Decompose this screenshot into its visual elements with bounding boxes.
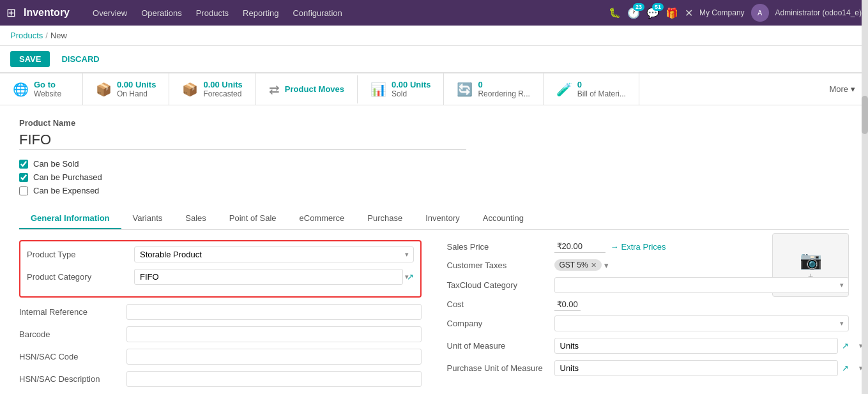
gift-icon[interactable]: 🎁 xyxy=(666,7,678,19)
barcode-input[interactable] xyxy=(126,326,422,342)
top-navigation: ⊞ Inventory Overview Operations Products… xyxy=(0,0,868,26)
chat-badge: 51 xyxy=(652,3,664,11)
remove-tax-button[interactable]: ✕ xyxy=(591,261,597,269)
tab-variants[interactable]: Variants xyxy=(121,208,174,229)
uom-row: Unit of Measure Units ▾ ↗ xyxy=(447,338,849,354)
stat-reordering-label: Reordering R... xyxy=(478,89,529,98)
bug-icon[interactable]: 🐛 xyxy=(609,7,621,19)
more-stats-button[interactable]: More ▾ xyxy=(816,78,868,100)
tab-sales[interactable]: Sales xyxy=(174,208,218,229)
sales-price-value[interactable]: ₹20.00 xyxy=(554,240,605,253)
app-title: Inventory xyxy=(24,7,70,19)
product-name-input[interactable] xyxy=(19,130,466,150)
scrollbar-thumb[interactable] xyxy=(862,96,868,134)
barcode-label: Barcode xyxy=(19,330,121,339)
cost-value[interactable]: ₹0.00 xyxy=(554,298,581,311)
stat-bom[interactable]: 🧪 0 Bill of Materi... xyxy=(544,73,639,105)
hsn-desc-row: HSN/SAC Description xyxy=(19,371,422,387)
clock-icon[interactable]: 🕐 23 xyxy=(627,7,640,19)
sold-icon: 📊 xyxy=(370,82,386,97)
stat-forecasted[interactable]: 📦 0.00 Units Forecasted xyxy=(169,73,255,105)
stat-forecasted-label: Forecasted xyxy=(203,89,242,98)
product-category-select[interactable]: FIFO All FEFO xyxy=(134,269,403,285)
can-be-expensed-checkbox[interactable]: Can be Expensed xyxy=(19,186,849,195)
company-row: Company ▾ xyxy=(447,315,849,331)
breadcrumb-parent[interactable]: Products xyxy=(10,31,43,40)
purchase-uom-select[interactable]: Units xyxy=(554,360,839,376)
company-select[interactable] xyxy=(554,315,849,331)
stat-bom-value: 0 xyxy=(577,80,626,89)
avatar[interactable]: A xyxy=(751,4,769,22)
stat-on-hand-label: On Hand xyxy=(117,89,156,98)
globe-icon: 🌐 xyxy=(13,82,29,97)
company-name: My Company xyxy=(699,8,745,17)
sales-price-label: Sales Price xyxy=(447,242,549,252)
taxcloud-category-row: TaxCloud Category ▾ xyxy=(447,277,849,293)
forecasted-icon: 📦 xyxy=(182,82,198,97)
tabs-bar: General Information Variants Sales Point… xyxy=(19,208,849,230)
tab-ecommerce[interactable]: eCommerce xyxy=(288,208,356,229)
product-category-external-link[interactable]: ↗ xyxy=(407,272,414,282)
extra-prices-link[interactable]: → Extra Prices xyxy=(611,242,666,252)
form-area: Product Name Can be Sold Can be Purchase… xyxy=(0,105,868,394)
tab-inventory[interactable]: Inventory xyxy=(414,208,471,229)
nav-overview[interactable]: Overview xyxy=(86,6,133,20)
stat-forecasted-value: 0.00 Units xyxy=(203,80,242,89)
taxcloud-category-label: TaxCloud Category xyxy=(447,280,549,290)
discard-button[interactable]: DISCARD xyxy=(55,51,105,67)
nav-configuration[interactable]: Configuration xyxy=(286,6,348,20)
product-category-row: Product Category FIFO All FEFO ▾ ↗ xyxy=(27,269,414,285)
hsn-desc-label: HSN/SAC Description xyxy=(19,374,121,384)
nav-reporting[interactable]: Reporting xyxy=(236,6,285,20)
internal-reference-input[interactable] xyxy=(126,304,422,320)
hsn-code-label: HSN/SAC Code xyxy=(19,352,121,361)
cost-row: Cost ₹0.00 xyxy=(447,299,849,309)
product-category-value: FIFO All FEFO ▾ ↗ xyxy=(134,269,414,285)
uom-select[interactable]: Units xyxy=(554,338,839,354)
product-type-select[interactable]: Storable Product Consumable Service xyxy=(134,246,414,262)
can-be-purchased-checkbox[interactable]: Can be Purchased xyxy=(19,172,849,182)
customer-taxes-label: Customer Taxes xyxy=(447,261,549,270)
stat-goto-website[interactable]: 🌐 Go to Website xyxy=(0,73,83,105)
stat-goto-label: Website xyxy=(34,89,61,98)
tab-accounting[interactable]: Accounting xyxy=(471,208,535,229)
chat-icon[interactable]: 💬 51 xyxy=(646,7,659,19)
scrollbar[interactable] xyxy=(862,0,868,394)
stat-sold-value: 0.00 Units xyxy=(392,80,430,89)
arrow-right-icon: → xyxy=(611,242,619,252)
stat-reordering[interactable]: 🔄 0 Reordering R... xyxy=(444,73,543,105)
hsn-desc-input[interactable] xyxy=(126,371,422,387)
nav-items: Overview Operations Products Reporting C… xyxy=(86,6,605,20)
product-type-value: Storable Product Consumable Service ▾ xyxy=(134,246,414,262)
stat-product-moves[interactable]: ⇄ Product Moves xyxy=(256,75,358,103)
hsn-code-input[interactable] xyxy=(126,349,422,365)
tab-general-information[interactable]: General Information xyxy=(19,208,121,229)
purchase-uom-row: Purchase Unit of Measure Units ▾ ↗ xyxy=(447,360,849,376)
cost-label: Cost xyxy=(447,299,549,309)
breadcrumb-current: New xyxy=(50,31,67,40)
product-type-row: Product Type Storable Product Consumable… xyxy=(27,246,414,262)
stat-on-hand[interactable]: 📦 0.00 Units On Hand xyxy=(83,73,169,105)
stat-sold[interactable]: 📊 0.00 Units Sold xyxy=(358,73,444,105)
customer-taxes-dropdown-arrow[interactable]: ▾ xyxy=(604,261,609,270)
breadcrumb-separator: / xyxy=(45,31,48,40)
purchase-uom-external-link[interactable]: ↗ xyxy=(842,363,849,373)
stat-bom-label: Bill of Materi... xyxy=(577,89,626,98)
tab-purchase[interactable]: Purchase xyxy=(356,208,414,229)
can-be-sold-checkbox[interactable]: Can be Sold xyxy=(19,159,849,169)
taxcloud-category-select[interactable] xyxy=(554,277,849,293)
uom-external-link[interactable]: ↗ xyxy=(842,341,849,351)
apps-icon[interactable]: ⊞ xyxy=(6,6,16,20)
hsn-code-row: HSN/SAC Code xyxy=(19,349,422,365)
nav-operations[interactable]: Operations xyxy=(135,6,188,20)
save-button[interactable]: SAVE xyxy=(10,51,50,67)
nav-right: 🐛 🕐 23 💬 51 🎁 ✕ My Company A Administrat… xyxy=(609,4,862,22)
close-icon[interactable]: ✕ xyxy=(685,7,693,19)
tab-point-of-sale[interactable]: Point of Sale xyxy=(218,208,288,229)
purchase-uom-label: Purchase Unit of Measure xyxy=(447,363,549,373)
form-fields: Product Type Storable Product Consumable… xyxy=(19,230,849,394)
action-bar: SAVE DISCARD xyxy=(0,46,868,73)
nav-products[interactable]: Products xyxy=(190,6,235,20)
stat-reordering-value: 0 xyxy=(478,80,529,89)
internal-reference-label: Internal Reference xyxy=(19,307,121,317)
